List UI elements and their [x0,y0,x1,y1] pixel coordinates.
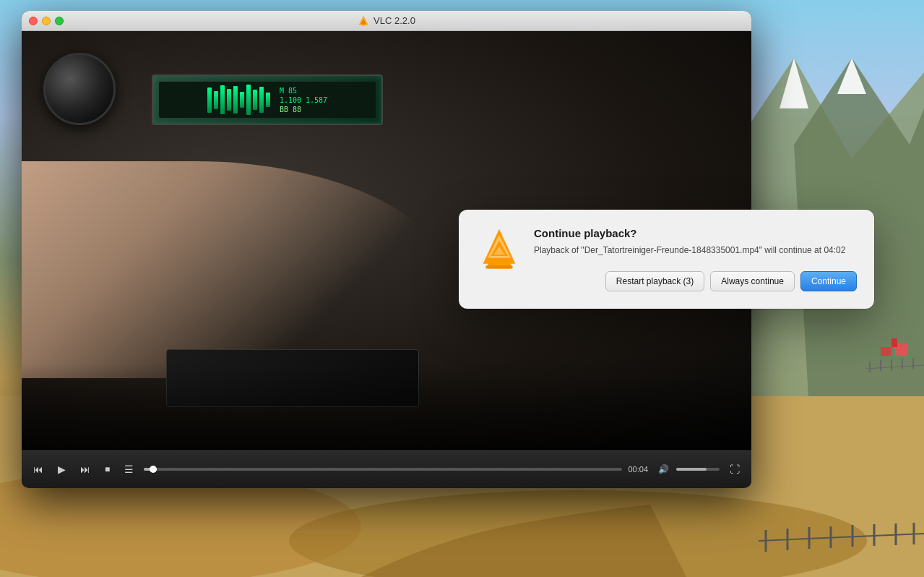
stop-button[interactable]: ■ [100,461,114,477]
svg-rect-35 [485,265,512,268]
traffic-lights [29,17,64,25]
volume-area: 🔊 [654,461,720,477]
cassette-display: M 85 1.100 1.587 BB 88 [152,74,383,125]
svg-rect-7 [891,338,897,347]
fast-forward-button[interactable]: ⏭ [76,461,95,478]
fullscreen-button[interactable]: ⛶ [725,461,744,478]
vlc-title-icon [358,15,369,27]
play-button[interactable]: ▶ [53,461,70,478]
title-bar: VLC 2.2.0 [22,11,751,31]
always-continue-button[interactable]: Always continue [710,271,795,291]
close-button[interactable] [29,17,38,25]
time-display: 00:04 [628,465,648,474]
volume-icon[interactable]: 🔊 [654,461,673,477]
svg-rect-5 [881,347,891,356]
playlist-button[interactable]: ☰ [120,461,138,478]
continue-playback-dialog: Continue playback? Playback of "Der_Tato… [459,210,874,309]
dialog-buttons: Restart playback (3) Always continue Con… [534,271,857,291]
minimize-button[interactable] [42,17,51,25]
dialog-vlc-icon [476,227,522,273]
window-title: VLC 2.2.0 [358,15,415,27]
cassette-knob [43,53,116,125]
control-bar: ⏮ ▶ ⏭ ■ ☰ 00:04 🔊 ⛶ [22,450,751,487]
dialog-content: Continue playback? Playback of "Der_Tato… [534,227,857,291]
dialog-title: Continue playback? [534,227,857,239]
cassette-slot [166,349,419,407]
desktop-mountains [736,0,924,398]
progress-area [144,468,622,471]
maximize-button[interactable] [55,17,64,25]
rewind-button[interactable]: ⏮ [29,461,48,478]
dialog-message: Playback of "Der_Tatortreiniger-Freunde-… [534,244,857,257]
svg-rect-29 [362,24,366,25]
progress-bar[interactable] [144,468,622,471]
continue-button[interactable]: Continue [800,271,857,291]
restart-playback-button[interactable]: Restart playback (3) [605,271,704,291]
volume-slider[interactable] [676,468,720,471]
